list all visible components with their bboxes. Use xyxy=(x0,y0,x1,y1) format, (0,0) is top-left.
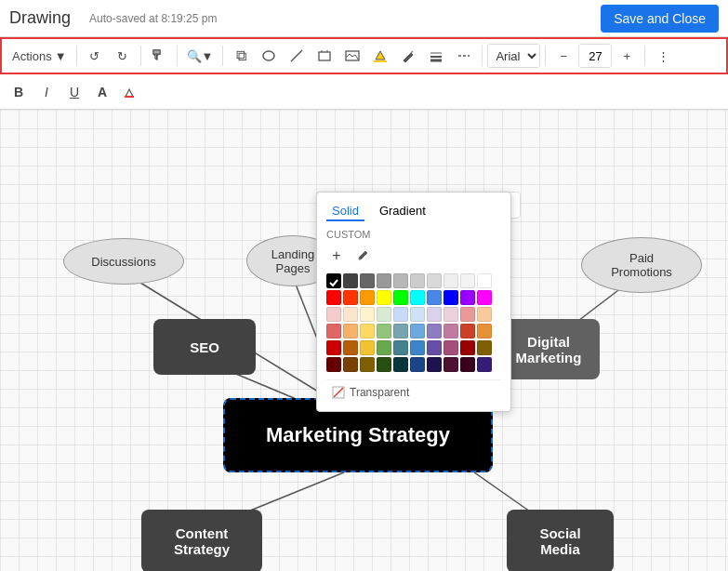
color-cell[interactable] xyxy=(343,290,358,305)
eyedropper-button[interactable] xyxy=(352,246,373,266)
line-weight-button[interactable] xyxy=(423,43,449,69)
font-family-select[interactable]: Arial xyxy=(487,44,540,68)
content-strategy-node[interactable]: Content Strategy xyxy=(141,510,262,571)
color-cell[interactable] xyxy=(377,307,391,322)
color-cell[interactable] xyxy=(443,324,458,339)
canvas[interactable]: Discussions Landing Pages SEO Paid Promo… xyxy=(0,110,728,571)
italic-button[interactable]: I xyxy=(33,79,60,105)
color-cell[interactable] xyxy=(360,273,375,288)
fill-color-button[interactable] xyxy=(367,43,393,69)
color-cell[interactable] xyxy=(427,357,442,372)
color-cell[interactable] xyxy=(326,290,341,305)
color-cell[interactable] xyxy=(393,340,408,355)
color-cell[interactable] xyxy=(393,273,408,288)
color-cell[interactable] xyxy=(477,340,492,355)
discussions-node[interactable]: Discussions xyxy=(63,238,184,285)
color-cell[interactable] xyxy=(343,324,358,339)
color-cell[interactable] xyxy=(393,290,408,305)
social-media-node[interactable]: Social Media xyxy=(507,510,614,571)
seo-label: SEO xyxy=(190,339,219,355)
color-cell[interactable] xyxy=(477,357,492,372)
solid-tab[interactable]: Solid xyxy=(326,202,364,221)
color-cell[interactable] xyxy=(360,324,375,339)
color-cell[interactable] xyxy=(326,340,341,355)
undo-button[interactable]: ↺ xyxy=(82,43,108,69)
color-cell[interactable] xyxy=(326,357,341,372)
color-cell[interactable] xyxy=(410,340,425,355)
color-cell[interactable] xyxy=(460,340,475,355)
underline-button[interactable]: U xyxy=(61,79,87,105)
transparent-button[interactable]: Transparent xyxy=(326,379,501,402)
color-cell[interactable] xyxy=(410,273,425,288)
bold-button[interactable]: B xyxy=(6,79,32,105)
select-button[interactable]: ⧉ xyxy=(228,43,254,69)
paint-format-button[interactable] xyxy=(146,43,172,69)
color-cell[interactable] xyxy=(326,307,341,322)
color-cell[interactable] xyxy=(427,307,442,322)
image-tool[interactable] xyxy=(339,43,365,69)
color-cell[interactable] xyxy=(343,307,358,322)
color-cell[interactable] xyxy=(410,324,425,339)
color-cell[interactable] xyxy=(393,357,408,372)
color-cell[interactable] xyxy=(393,307,408,322)
color-cell[interactable] xyxy=(443,357,458,372)
color-cell[interactable] xyxy=(360,307,375,322)
color-cell[interactable] xyxy=(443,307,458,322)
highlight-button[interactable] xyxy=(117,79,143,105)
color-cell[interactable] xyxy=(360,340,375,355)
line-tool[interactable] xyxy=(284,43,310,69)
digital-marketing-node[interactable]: Digital Marketing xyxy=(497,319,600,379)
color-cell[interactable] xyxy=(410,290,425,305)
font-color-button[interactable]: A xyxy=(89,79,115,105)
color-cell[interactable] xyxy=(427,290,442,305)
font-size-decrease[interactable]: − xyxy=(550,43,576,69)
redo-button[interactable]: ↻ xyxy=(110,43,136,69)
more-options-button[interactable]: ⋮ xyxy=(650,43,676,69)
color-cell[interactable] xyxy=(477,273,492,288)
color-cell[interactable] xyxy=(443,290,458,305)
gradient-tab[interactable]: Gradient xyxy=(374,202,431,221)
color-cell[interactable] xyxy=(460,324,475,339)
color-cell[interactable] xyxy=(477,307,492,322)
color-cell[interactable] xyxy=(393,324,408,339)
color-cell[interactable] xyxy=(377,357,391,372)
color-cell[interactable] xyxy=(326,273,341,288)
color-cell[interactable] xyxy=(427,340,442,355)
color-cell[interactable] xyxy=(443,273,458,288)
actions-dropdown[interactable]: Actions ▼ xyxy=(7,46,72,66)
color-cell[interactable] xyxy=(427,273,442,288)
color-cell[interactable] xyxy=(427,324,442,339)
color-cell[interactable] xyxy=(410,307,425,322)
color-cell[interactable] xyxy=(460,307,475,322)
color-cell[interactable] xyxy=(343,357,358,372)
paid-promotions-node[interactable]: Paid Promotions xyxy=(581,237,702,293)
color-cell[interactable] xyxy=(326,324,341,339)
toolbar-separator xyxy=(140,46,141,66)
color-cell[interactable] xyxy=(410,357,425,372)
dash-style-button[interactable] xyxy=(451,43,477,69)
color-cell[interactable] xyxy=(443,340,458,355)
seo-node[interactable]: SEO xyxy=(153,319,256,375)
color-cell[interactable] xyxy=(477,290,492,305)
color-cell[interactable] xyxy=(377,290,391,305)
paint-format-icon xyxy=(152,48,166,63)
save-close-button[interactable]: Save and Close xyxy=(601,5,719,33)
font-size-input[interactable] xyxy=(578,44,612,68)
color-cell[interactable] xyxy=(377,340,391,355)
color-cell[interactable] xyxy=(460,357,475,372)
color-cell[interactable] xyxy=(360,357,375,372)
color-cell[interactable] xyxy=(360,290,375,305)
color-cell[interactable] xyxy=(343,340,358,355)
zoom-dropdown[interactable]: 🔍 ▼ xyxy=(182,46,218,66)
color-cell[interactable] xyxy=(460,273,475,288)
color-cell[interactable] xyxy=(377,324,391,339)
color-cell[interactable] xyxy=(343,273,358,288)
pen-color-button[interactable] xyxy=(395,43,421,69)
ellipse-tool[interactable] xyxy=(256,43,282,69)
color-cell[interactable] xyxy=(460,290,475,305)
color-cell[interactable] xyxy=(477,324,492,339)
color-cell[interactable] xyxy=(377,273,391,288)
font-size-increase[interactable]: + xyxy=(614,43,640,69)
add-custom-color[interactable]: + xyxy=(326,246,347,266)
textbox-tool[interactable] xyxy=(311,43,338,69)
